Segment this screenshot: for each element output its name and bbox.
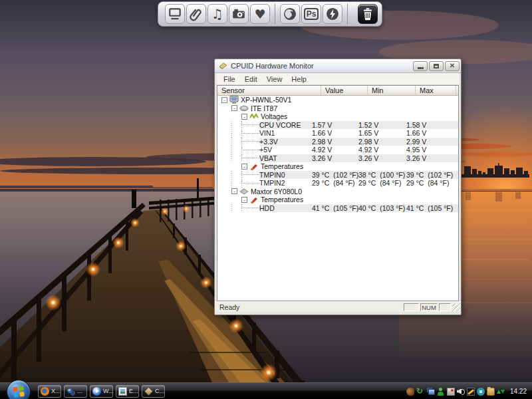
menu-view[interactable]: View — [262, 75, 287, 83]
dock-separator — [275, 4, 275, 24]
dock-item-photoshop[interactable]: Ps — [301, 4, 321, 24]
tray-notifier-icon[interactable] — [447, 388, 455, 396]
column-header-sensor[interactable]: Sensor — [217, 86, 321, 95]
trash-icon — [360, 7, 375, 21]
windows-logo-icon — [13, 386, 25, 398]
sensor-list: SensorValueMinMax -XP-HWNL-50V1-ITE IT87… — [217, 85, 459, 301]
sensor-row[interactable]: +5V4.92 V4.92 V4.95 V — [217, 146, 458, 154]
sensor-row-stripe: +5V4.92 V4.92 V4.95 V — [259, 146, 458, 154]
dock-item-camera[interactable] — [229, 4, 249, 24]
lightning-icon — [325, 7, 340, 21]
max-cell: 29 °C (84 °F) — [406, 179, 447, 187]
tree-node-row[interactable]: -ITE IT87 — [217, 104, 458, 113]
sensor-row[interactable]: HDD41 °C (105 °F)40 °C (103 °F)41 °C (10… — [217, 204, 458, 213]
window-titlebar[interactable]: CPUID Hardware Monitor ✕ — [215, 59, 461, 73]
tree-node-row[interactable]: -Maxtor 6Y080L0 — [217, 188, 458, 196]
taskbar-button-label: W... — [103, 388, 114, 394]
tree-indent — [217, 112, 241, 121]
tree-expand-toggle[interactable]: - — [231, 105, 237, 111]
taskbar-button-orbs[interactable]: ... — [64, 385, 87, 398]
sensor-row-stripe: HDD41 °C (105 °F)40 °C (103 °F)41 °C (10… — [259, 204, 458, 213]
value-cell: 4.92 V — [312, 146, 358, 154]
tree-node-label: Temperatures — [261, 196, 303, 203]
tray-folder-icon[interactable] — [487, 388, 495, 396]
tree-node-row[interactable]: -XP-HWNL-50V1 — [217, 96, 458, 104]
menu-help[interactable]: Help — [287, 75, 311, 83]
computer-icon — [168, 7, 182, 21]
sensor-row-stripe: TMPIN039 °C (102 °F)38 °C (100 °F)39 °C … — [259, 171, 458, 180]
resize-grip[interactable] — [452, 303, 460, 311]
dock-item-music[interactable]: ♫ — [207, 4, 227, 24]
maximize-button[interactable] — [429, 61, 444, 71]
dock-item-firefox[interactable] — [280, 4, 300, 24]
num-lock-indicator: NUM — [420, 303, 438, 311]
max-cell: 2.99 V — [406, 138, 447, 146]
tree-expand-toggle[interactable]: - — [241, 164, 247, 170]
tree-indent — [217, 196, 241, 204]
sensor-row[interactable]: VIN11.66 V1.65 V1.66 V — [217, 129, 458, 138]
dock-item-lightning[interactable] — [323, 4, 342, 24]
min-cell: 38 °C (100 °F) — [358, 171, 406, 179]
start-button[interactable] — [7, 380, 31, 399]
tray-user-icon[interactable] — [437, 388, 445, 396]
tray-recycle-icon[interactable] — [416, 388, 424, 396]
dock-item-heart[interactable]: ♥ — [250, 4, 270, 24]
tree-expand-toggle[interactable]: - — [221, 97, 227, 103]
column-header-min[interactable]: Min — [368, 86, 416, 95]
tree-node-label: XP-HWNL-50V1 — [241, 96, 291, 104]
sensor-row[interactable]: VBAT3.26 V3.26 V3.26 V — [217, 154, 458, 163]
taskbar-button-firefox[interactable]: X... — [38, 385, 61, 398]
tray-volume-icon[interactable] — [457, 388, 465, 396]
sensor-row[interactable]: CPU VCORE1.57 V1.52 V1.58 V — [217, 121, 458, 130]
taskbar-button-label: ... — [77, 388, 82, 394]
column-header-max[interactable]: Max — [416, 86, 456, 95]
column-header-value[interactable]: Value — [321, 86, 368, 95]
sensor-row[interactable]: +3.3V2.98 V2.98 V2.99 V — [217, 138, 458, 146]
music-icon: ♫ — [211, 7, 223, 21]
tray-squirrel-icon[interactable] — [406, 388, 414, 396]
tree-node-row[interactable]: -Temperatures — [217, 196, 458, 204]
sensor-label: VIN1 — [259, 129, 312, 137]
sensor-label: +3.3V — [259, 138, 312, 146]
tree-expand-toggle[interactable]: - — [231, 188, 237, 194]
dock-item-trash[interactable] — [358, 4, 378, 24]
taskbar-button-cpuid[interactable]: C... — [142, 385, 165, 398]
tree-guides — [217, 138, 251, 146]
taskbar-button-wmp[interactable]: W... — [90, 385, 113, 398]
taskbar-button-label: C... — [155, 388, 164, 394]
status-bar: Ready NUM — [215, 301, 461, 312]
min-cell: 2.98 V — [358, 138, 406, 146]
taskbar: X......W...E...C... 14.22 — [0, 382, 532, 399]
value-cell: 39 °C (102 °F) — [312, 171, 358, 179]
close-button[interactable]: ✕ — [445, 61, 460, 71]
sensor-row[interactable]: TMPIN039 °C (102 °F)38 °C (100 °F)39 °C … — [217, 171, 458, 180]
max-cell: 39 °C (102 °F) — [406, 171, 447, 179]
tree-guides — [217, 154, 251, 163]
taskbar-button-photo[interactable]: E... — [116, 385, 139, 398]
sensor-row[interactable]: TMPIN229 °C (84 °F)29 °C (84 °F)29 °C (8… — [217, 179, 458, 188]
tray-display-icon[interactable] — [467, 388, 475, 396]
tray-lens-icon[interactable] — [477, 388, 485, 396]
sensor-label: TMPIN0 — [259, 171, 312, 179]
min-cell: 4.92 V — [358, 146, 406, 154]
minimize-button[interactable] — [413, 61, 428, 71]
photoshop-label: Ps — [304, 8, 319, 20]
value-cell: 3.26 V — [312, 154, 358, 162]
value-cell: 1.57 V — [312, 121, 358, 129]
sensor-label: +5V — [259, 146, 312, 154]
dock-item-paperclip[interactable] — [186, 4, 206, 24]
sensor-label: CPU VCORE — [259, 121, 312, 129]
sensor-label: TMPIN2 — [259, 179, 312, 187]
tree-expand-toggle[interactable]: - — [241, 197, 247, 203]
menu-file[interactable]: File — [219, 75, 240, 83]
tree-expand-toggle[interactable]: - — [241, 114, 247, 120]
taskbar-clock[interactable]: 14.22 — [510, 388, 527, 395]
tree-node-row[interactable]: -Voltages — [217, 112, 458, 121]
dock-item-computer[interactable] — [165, 4, 185, 24]
tray-network-icon[interactable] — [428, 389, 435, 395]
tree-node-row[interactable]: -Temperatures — [217, 162, 458, 171]
sensor-row-stripe: VBAT3.26 V3.26 V3.26 V — [259, 154, 458, 163]
menu-edit[interactable]: Edit — [240, 75, 262, 83]
tray-updown-icon[interactable] — [497, 388, 505, 396]
temperature-icon — [249, 162, 259, 170]
